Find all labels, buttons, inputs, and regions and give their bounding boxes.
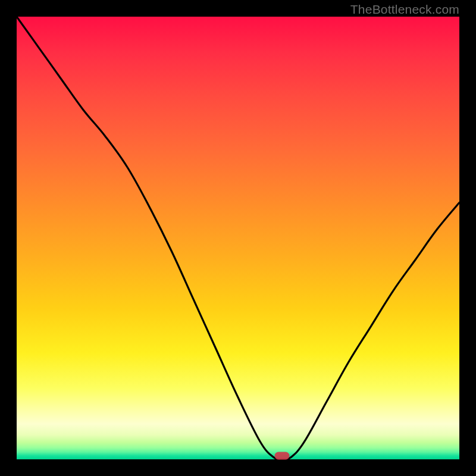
plot-area xyxy=(17,17,459,459)
watermark-label: TheBottleneck.com xyxy=(350,2,459,17)
chart-frame: TheBottleneck.com xyxy=(0,0,476,476)
bottleneck-curve xyxy=(17,17,459,459)
valley-marker xyxy=(275,452,290,460)
